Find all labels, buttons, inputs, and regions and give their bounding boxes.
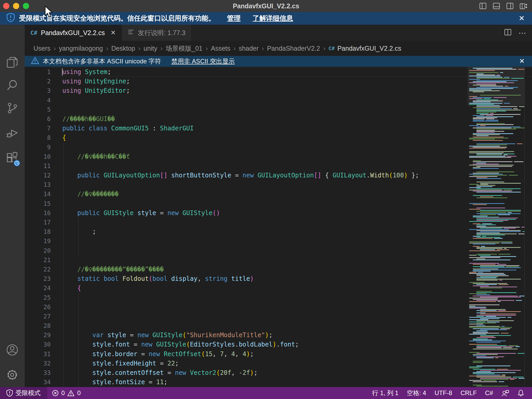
code-line: 17 [25, 218, 532, 227]
code-line: 18 ; [25, 227, 532, 236]
restricted-mode-badge[interactable]: 受限模式 [0, 387, 47, 399]
breadcrumb-separator: › [106, 45, 108, 52]
indent-guide [63, 218, 64, 227]
code-line: 30 style.font = new GUIStyle(EditorStyle… [25, 340, 532, 349]
code-line: 34 style.fontSize = 11; [25, 377, 532, 387]
eol-selector[interactable]: CRLF [456, 387, 481, 399]
breadcrumb-item[interactable]: 场景模版_01 [166, 44, 203, 53]
breadcrumb-separator: › [323, 45, 325, 52]
indent-guide [63, 283, 64, 293]
search-icon[interactable] [6, 79, 19, 92]
toggle-secondary-sidebar-icon[interactable] [506, 2, 514, 10]
customize-layout-icon[interactable] [520, 2, 528, 10]
indent-guide [78, 340, 79, 349]
code-line: 23 static bool Foldout(bool display, str… [25, 274, 532, 283]
code-line: 20 [25, 246, 532, 255]
code-line: 4 [25, 96, 532, 105]
breadcrumb-item[interactable]: Desktop [111, 45, 135, 52]
breadcrumb-item[interactable]: PandaShaderV2.2 [267, 45, 320, 52]
line-number: 25 [25, 293, 51, 302]
cursor-position[interactable]: 行 1, 列 1 [368, 387, 403, 399]
tab-release-notes[interactable]: 发行说明: 1.77.3 [122, 25, 191, 41]
tab-pandavfxgui[interactable]: C# PandavfxGUI_V2.2.cs ✕ [25, 25, 122, 41]
line-number: 27 [25, 312, 51, 321]
warning-count: 0 [77, 389, 81, 397]
toggle-sidebar-icon[interactable] [479, 2, 487, 10]
line-number: 23 [25, 274, 51, 283]
account-icon[interactable] [6, 343, 19, 356]
line-number: 33 [25, 368, 51, 377]
split-editor-icon[interactable] [504, 28, 512, 37]
code-line: 28 [25, 321, 532, 330]
disable-non-ascii-link[interactable]: 禁用非 ASCII 突出显示 [171, 57, 235, 65]
mouse-cursor [45, 6, 54, 18]
restricted-mode-banner: 受限模式旨在实现安全地浏览代码。信任此窗口以启用所有功能。 管理 了解详细信息 … [0, 12, 532, 25]
line-number: 11 [25, 161, 51, 171]
encoding[interactable]: UTF-8 [430, 387, 456, 399]
explorer-icon[interactable] [6, 56, 19, 69]
csharp-file-icon: C# [329, 45, 335, 51]
indent-guide [78, 349, 79, 359]
indent-guide [63, 349, 64, 359]
indent-guide [78, 302, 79, 312]
run-debug-icon[interactable] [6, 127, 19, 139]
error-icon [52, 390, 59, 396]
breadcrumb-item[interactable]: Assets [211, 45, 230, 52]
problems-item[interactable]: 0 0 [47, 387, 85, 399]
toggle-panel-icon[interactable] [493, 2, 500, 10]
warning-banner-close-icon[interactable]: ✕ [519, 57, 525, 65]
warning-icon [67, 390, 75, 396]
tab-bar: C# PandavfxGUI_V2.2.cs ✕ 发行说明: 1.77.3 ⋯ [25, 25, 532, 41]
status-bar: 受限模式 0 0 行 1, 列 1 空格: 4 UTF-8 CRLF C# [0, 387, 532, 399]
breadcrumb-separator: › [160, 45, 162, 52]
breadcrumb: Users›yangmilaogong›Desktop›unity›场景模版_0… [25, 41, 532, 56]
breadcrumb-item[interactable]: Users [34, 45, 50, 52]
line-number: 6 [25, 114, 51, 124]
line-number: 21 [25, 255, 51, 265]
indent-guide [63, 265, 64, 274]
settings-gear-icon[interactable] [6, 368, 19, 381]
indent-guide [63, 312, 64, 321]
learn-more-link[interactable]: 了解详细信息 [252, 14, 293, 23]
release-notes-icon [128, 29, 134, 37]
notifications-bell-icon[interactable] [513, 387, 528, 399]
indent-guide [78, 236, 79, 246]
code-editor[interactable]: 1using System;2using UnityEngine;3using … [25, 67, 532, 387]
source-control-icon[interactable] [6, 102, 19, 115]
manage-trust-link[interactable]: 管理 [227, 14, 241, 23]
trust-banner-close-icon[interactable]: ✕ [519, 14, 525, 23]
line-number: 26 [25, 302, 51, 312]
line-number: 32 [25, 359, 51, 368]
indent-guide [63, 359, 64, 368]
unicode-warning-message: 本文档包含许多非基本 ASCII unicode 字符 [43, 57, 161, 65]
code-line: 8{ [25, 133, 532, 142]
line-number: 16 [25, 208, 51, 218]
breadcrumb-item[interactable]: yangmilaogong [59, 45, 103, 52]
indent-guide [78, 312, 79, 321]
code-line: 14 //�♀������� [25, 189, 532, 199]
code-line: 22 //�♀��������“�����”���� [25, 265, 532, 274]
extensions-icon[interactable] [6, 152, 19, 165]
minimap[interactable] [468, 67, 525, 387]
clock-icon [14, 161, 19, 166]
csharp-file-icon: C# [30, 30, 37, 36]
line-number: 20 [25, 246, 51, 255]
window-title: PandavfxGUI_V2.2.cs [0, 0, 532, 12]
code-line: 31 style.border = new RectOffset(15, 7, … [25, 349, 532, 359]
indentation[interactable]: 空格: 4 [403, 387, 430, 399]
feedback-icon[interactable] [497, 387, 513, 399]
line-number: 1 [25, 67, 51, 77]
indent-guide [78, 246, 79, 255]
line-number: 18 [25, 227, 51, 236]
breadcrumb-file[interactable]: C#PandavfxGUI_V2.2.cs [329, 45, 401, 52]
code-line: 33 style.contentOffset = new Vector2(20f… [25, 368, 532, 377]
indent-guide [63, 340, 64, 349]
breadcrumb-item[interactable]: shader [239, 45, 258, 52]
language-mode[interactable]: C# [481, 387, 497, 399]
indent-guide [63, 161, 64, 171]
breadcrumb-item[interactable]: unity [144, 45, 157, 52]
more-actions-icon[interactable]: ⋯ [518, 28, 527, 37]
indent-guide [63, 152, 64, 161]
tab-close-icon[interactable]: ✕ [110, 29, 116, 36]
code-line: 12 public GUILayoutOption[] shortButtonS… [25, 171, 532, 180]
